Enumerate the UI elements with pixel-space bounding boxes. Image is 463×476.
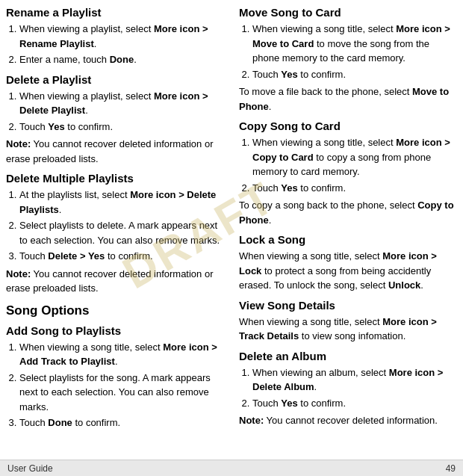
footer-bar: User Guide 49 [0,460,463,476]
list-item: When viewing a playlist, select More ico… [19,89,224,118]
heading-lock-a-song: Lock a Song [239,233,457,246]
text-lock-a-song: When viewing a song title, select More i… [239,249,457,293]
list-item: When viewing a song title, select More i… [19,340,224,369]
heading-delete-multiple-playlists: Delete Multiple Playlists [6,172,224,185]
heading-view-song-details: View Song Details [239,299,457,312]
list-delete-playlist: When viewing a playlist, select More ico… [19,89,224,135]
list-delete-multiple-playlists: At the playlists list, select More icon … [19,188,224,264]
section-view-song-details: View Song Details When viewing a song ti… [239,299,457,344]
list-item: Touch Delete > Yes to confirm. [19,249,224,264]
heading-delete-an-album: Delete an Album [239,350,457,362]
text-view-song-details: When viewing a song title, select More i… [239,315,457,344]
list-item: Touch Yes to confirm. [252,67,457,82]
heading-move-song-to-card: Move Song to Card [239,6,457,19]
heading-copy-song-to-card: Copy Song to Card [239,120,457,132]
section-rename-playlist: Rename a Playlist When viewing a playlis… [6,6,224,67]
list-move-song-to-card: When viewing a song title, select More i… [252,22,457,81]
list-rename-playlist: When viewing a playlist, select More ico… [19,22,224,67]
right-column: Move Song to Card When viewing a song ti… [232,6,463,460]
section-song-options: Song Options [6,303,224,318]
section-move-song-to-card: Move Song to Card When viewing a song ti… [239,6,457,114]
section-add-song-to-playlists: Add Song to Playlists When viewing a son… [6,324,224,430]
list-item: When viewing a song title, select More i… [252,135,457,179]
section-copy-song-to-card: Copy Song to Card When viewing a song ti… [239,120,457,227]
section-lock-a-song: Lock a Song When viewing a song title, s… [239,233,457,293]
heading-delete-playlist: Delete a Playlist [6,73,224,86]
heading-rename-playlist: Rename a Playlist [6,6,224,19]
list-add-song-to-playlists: When viewing a song title, select More i… [19,340,224,430]
list-item: Enter a name, touch Done. [19,52,224,67]
extra-text-move-song: To move a file back to the phone, select… [239,84,457,114]
list-item: At the playlists list, select More icon … [19,188,224,217]
heading-song-options: Song Options [6,303,224,318]
heading-add-song-to-playlists: Add Song to Playlists [6,324,224,337]
list-item: Touch Yes to confirm. [252,181,457,196]
list-item: Select playlists to delete. A mark appea… [19,218,224,247]
note-delete-an-album: Note: You cannot recover deleted informa… [239,413,457,428]
footer-right-label: 49 [446,463,456,474]
note-delete-playlist: Note: You cannot recover deleted informa… [6,137,224,166]
content-area: Rename a Playlist When viewing a playlis… [0,0,463,460]
note-delete-multiple-playlists: Note: You cannot recover deleted informa… [6,267,224,296]
section-delete-multiple-playlists: Delete Multiple Playlists At the playlis… [6,172,224,296]
page-container: Rename a Playlist When viewing a playlis… [0,0,463,476]
section-delete-playlist: Delete a Playlist When viewing a playlis… [6,73,224,167]
footer-left-label: User Guide [7,463,53,474]
section-delete-an-album: Delete an Album When viewing an album, s… [239,350,457,428]
list-item: When viewing a song title, select More i… [252,22,457,66]
list-item: Touch Done to confirm. [19,415,224,430]
list-copy-song-to-card: When viewing a song title, select More i… [252,135,457,195]
list-item: Touch Yes to confirm. [252,396,457,411]
list-delete-an-album: When viewing an album, select More icon … [252,365,457,411]
list-item: Touch Yes to confirm. [19,120,224,135]
list-item: When viewing an album, select More icon … [252,365,457,395]
list-item: Select playlists for the song. A mark ap… [19,371,224,415]
extra-text-copy-song: To copy a song back to the phone, select… [239,198,457,227]
left-column: Rename a Playlist When viewing a playlis… [0,6,232,460]
list-item: When viewing a playlist, select More ico… [19,22,224,51]
